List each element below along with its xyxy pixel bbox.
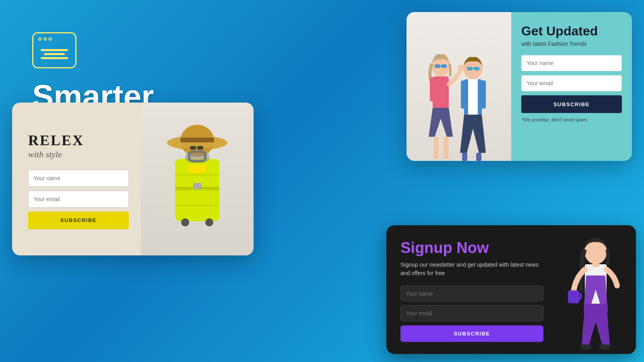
signup-popup-title: Signup Now — [400, 239, 543, 257]
svg-point-43 — [599, 344, 611, 350]
svg-rect-13 — [468, 79, 478, 115]
svg-rect-11 — [461, 80, 466, 109]
icon-dot-2 — [43, 37, 47, 41]
svg-point-33 — [181, 218, 189, 226]
popup-signup-content: Signup Now Signup our newsletter and get… — [386, 225, 555, 354]
svg-rect-40 — [592, 262, 599, 267]
svg-rect-12 — [480, 80, 486, 109]
icon-line-1 — [41, 49, 68, 51]
signup-popup-desc: Signup our newsletter and get updated wi… — [400, 261, 543, 278]
icon-dots — [38, 37, 52, 41]
relex-brand: RELEX — [28, 133, 129, 148]
fashion-email-input[interactable] — [521, 75, 622, 91]
popup-fashion: Get Updated with latest Fashion Trends S… — [407, 12, 632, 161]
fashion-spam-note: *We promise, don't send spam. — [521, 117, 588, 123]
svg-rect-5 — [435, 64, 440, 68]
popup-relex: RELEX with style SUBSCRIBE — [12, 103, 254, 255]
popup-relex-image — [141, 103, 254, 255]
svg-rect-35 — [193, 183, 201, 189]
relex-subscribe-button[interactable]: SUBSCRIBE — [28, 212, 129, 229]
signup-email-input[interactable] — [400, 305, 543, 321]
svg-point-42 — [580, 344, 591, 350]
svg-rect-36 — [188, 165, 206, 173]
svg-rect-23 — [190, 146, 196, 150]
popup-signup-image — [555, 225, 636, 354]
icon-line-3 — [41, 57, 68, 59]
svg-rect-14 — [462, 153, 467, 161]
icon-dot-3 — [49, 37, 52, 41]
popup-fashion-content: Get Updated with latest Fashion Trends S… — [511, 12, 632, 161]
icon-dot-1 — [38, 37, 41, 41]
svg-rect-4 — [444, 137, 448, 159]
svg-rect-24 — [197, 146, 203, 150]
svg-rect-16 — [467, 67, 473, 70]
svg-rect-22 — [180, 138, 214, 142]
app-icon — [32, 32, 76, 68]
svg-rect-1 — [433, 76, 449, 109]
svg-rect-3 — [434, 137, 439, 159]
svg-point-8 — [458, 65, 464, 70]
svg-rect-41 — [568, 290, 579, 303]
popup-fashion-image — [407, 12, 511, 161]
signup-subscribe-button[interactable]: SUBSCRIBE — [400, 325, 543, 342]
svg-rect-2 — [430, 77, 435, 101]
svg-rect-6 — [441, 64, 447, 68]
fashion-popup-title: Get Updated — [521, 24, 598, 38]
svg-point-34 — [205, 218, 213, 226]
icon-line-2 — [44, 53, 65, 55]
relex-name-input[interactable] — [28, 170, 129, 187]
relex-email-input[interactable] — [28, 191, 129, 208]
relex-slogan: with style — [28, 149, 129, 160]
popup-relex-content: RELEX with style SUBSCRIBE — [12, 103, 141, 255]
fashion-name-input[interactable] — [521, 55, 622, 71]
fashion-popup-subtitle: with latest Fashion Trends — [521, 41, 587, 47]
svg-rect-15 — [476, 153, 481, 161]
fashion-subscribe-button[interactable]: SUBSCRIBE — [521, 95, 622, 113]
icon-lines — [41, 49, 68, 59]
svg-rect-17 — [474, 67, 479, 70]
signup-name-input[interactable] — [400, 286, 543, 301]
popup-signup: Signup Now Signup our newsletter and get… — [386, 225, 636, 354]
